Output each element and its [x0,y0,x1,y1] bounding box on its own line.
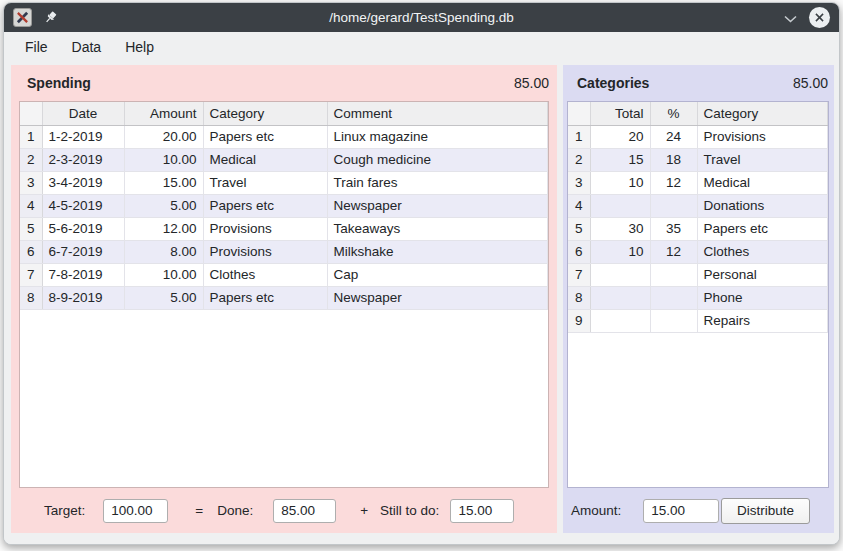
cell-category[interactable]: Papers etc [203,286,327,309]
cell-comment[interactable]: Milkshake [327,240,548,263]
cell-amount[interactable]: 5.00 [124,286,203,309]
cell-amount[interactable]: 5.00 [124,194,203,217]
cell-amount[interactable]: 15.00 [124,171,203,194]
cell-total[interactable]: 10 [590,171,650,194]
cell-category[interactable]: Papers etc [203,194,327,217]
cell-category[interactable]: Clothes [697,240,828,263]
distribute-button[interactable]: Distribute [721,498,810,524]
spending-row[interactable]: 3 3-4-2019 15.00 Travel Train fares [20,171,548,194]
amount-input[interactable] [643,499,719,523]
row-number[interactable]: 1 [568,125,590,148]
cell-date[interactable]: 5-6-2019 [42,217,124,240]
cell-total[interactable] [590,309,650,332]
cell-amount[interactable]: 10.00 [124,148,203,171]
row-number[interactable]: 7 [20,263,42,286]
cell-category[interactable]: Clothes [203,263,327,286]
pin-icon[interactable] [43,10,58,25]
categories-row[interactable]: 8 Phone [568,286,828,309]
titlebar[interactable]: /home/gerard/TestSpending.db [4,3,839,32]
cell-category[interactable]: Repairs [697,309,828,332]
categories-row[interactable]: 2 15 18 Travel [568,148,828,171]
menu-help[interactable]: Help [113,35,166,59]
cell-date[interactable]: 1-2-2019 [42,125,124,148]
cell-amount[interactable]: 8.00 [124,240,203,263]
row-number[interactable]: 9 [568,309,590,332]
cell-comment[interactable]: Cough medicine [327,148,548,171]
cell-category[interactable]: Travel [203,171,327,194]
done-input[interactable] [273,499,336,523]
cell-total[interactable]: 15 [590,148,650,171]
cell-comment[interactable]: Linux magazine [327,125,548,148]
cell-amount[interactable]: 12.00 [124,217,203,240]
chevron-down-icon[interactable] [784,9,797,27]
spending-row[interactable]: 1 1-2-2019 20.00 Papers etc Linux magazi… [20,125,548,148]
cell-date[interactable]: 4-5-2019 [42,194,124,217]
categories-row[interactable]: 6 10 12 Clothes [568,240,828,263]
cell-total[interactable] [590,286,650,309]
spending-row[interactable]: 4 4-5-2019 5.00 Papers etc Newspaper [20,194,548,217]
row-number[interactable]: 2 [20,148,42,171]
cell-date[interactable]: 3-4-2019 [42,171,124,194]
cell-total[interactable]: 10 [590,240,650,263]
cell-percent[interactable]: 12 [650,171,697,194]
menu-file[interactable]: File [13,35,60,59]
cell-comment[interactable]: Newspaper [327,286,548,309]
menu-data[interactable]: Data [60,35,114,59]
row-number[interactable]: 4 [20,194,42,217]
cell-comment[interactable]: Newspaper [327,194,548,217]
spending-row[interactable]: 7 7-8-2019 10.00 Clothes Cap [20,263,548,286]
spending-row[interactable]: 8 8-9-2019 5.00 Papers etc Newspaper [20,286,548,309]
row-number[interactable]: 5 [20,217,42,240]
row-number[interactable]: 4 [568,194,590,217]
spending-row[interactable]: 5 5-6-2019 12.00 Provisions Takeaways [20,217,548,240]
cell-percent[interactable]: 18 [650,148,697,171]
cell-comment[interactable]: Cap [327,263,548,286]
cell-amount[interactable]: 10.00 [124,263,203,286]
row-number[interactable]: 7 [568,263,590,286]
cell-amount[interactable]: 20.00 [124,125,203,148]
cell-total[interactable]: 30 [590,217,650,240]
categories-row[interactable]: 4 Donations [568,194,828,217]
cell-percent[interactable]: 24 [650,125,697,148]
cell-category[interactable]: Donations [697,194,828,217]
cell-date[interactable]: 6-7-2019 [42,240,124,263]
row-number[interactable]: 3 [568,171,590,194]
categories-row[interactable]: 7 Personal [568,263,828,286]
still-to-do-input[interactable] [450,499,514,523]
cell-comment[interactable]: Train fares [327,171,548,194]
cell-category[interactable]: Personal [697,263,828,286]
cell-comment[interactable]: Takeaways [327,217,548,240]
row-number[interactable]: 2 [568,148,590,171]
cell-category[interactable]: Phone [697,286,828,309]
cell-total[interactable] [590,194,650,217]
categories-row[interactable]: 9 Repairs [568,309,828,332]
cell-percent[interactable] [650,286,697,309]
cell-date[interactable]: 2-3-2019 [42,148,124,171]
cell-category[interactable]: Medical [697,171,828,194]
row-number[interactable]: 5 [568,217,590,240]
cell-percent[interactable] [650,309,697,332]
cell-percent[interactable] [650,194,697,217]
cell-percent[interactable]: 12 [650,240,697,263]
cell-percent[interactable] [650,263,697,286]
cell-total[interactable]: 20 [590,125,650,148]
row-number[interactable]: 6 [568,240,590,263]
app-icon[interactable] [13,8,32,27]
target-input[interactable] [103,499,168,523]
row-number[interactable]: 8 [568,286,590,309]
cell-category[interactable]: Travel [697,148,828,171]
categories-row[interactable]: 3 10 12 Medical [568,171,828,194]
row-number[interactable]: 8 [20,286,42,309]
cell-category[interactable]: Provisions [697,125,828,148]
cell-category[interactable]: Papers etc [203,125,327,148]
row-number[interactable]: 1 [20,125,42,148]
row-number[interactable]: 6 [20,240,42,263]
cell-category[interactable]: Medical [203,148,327,171]
spending-row[interactable]: 2 2-3-2019 10.00 Medical Cough medicine [20,148,548,171]
spending-row[interactable]: 6 6-7-2019 8.00 Provisions Milkshake [20,240,548,263]
cell-date[interactable]: 8-9-2019 [42,286,124,309]
close-button[interactable] [809,7,830,28]
row-number[interactable]: 3 [20,171,42,194]
categories-row[interactable]: 5 30 35 Papers etc [568,217,828,240]
categories-row[interactable]: 1 20 24 Provisions [568,125,828,148]
